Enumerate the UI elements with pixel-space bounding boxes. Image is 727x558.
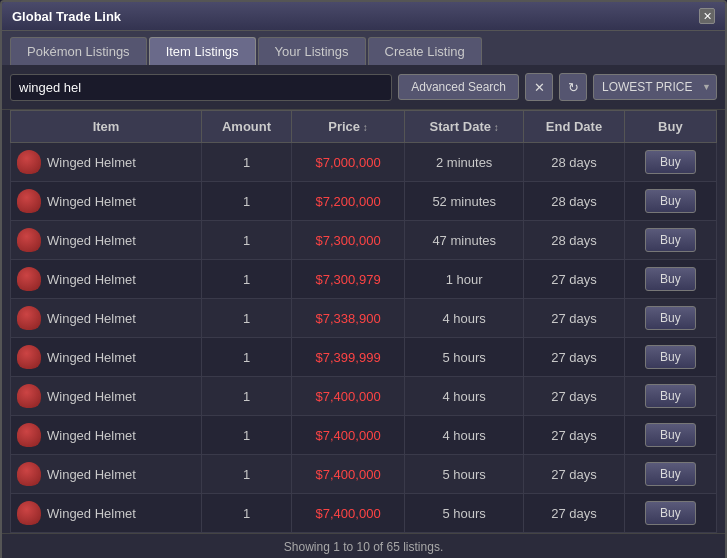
buy-button[interactable]: Buy: [645, 189, 696, 213]
cell-buy: Buy: [624, 455, 716, 494]
table-row: Winged Helmet 1$7,400,0005 hours27 daysB…: [11, 455, 717, 494]
cell-item: Winged Helmet: [11, 221, 202, 260]
table-row: Winged Helmet 1$7,400,0004 hours27 daysB…: [11, 416, 717, 455]
cell-end-date: 27 days: [524, 299, 624, 338]
cell-start-date: 2 minutes: [405, 143, 524, 182]
item-icon: [17, 306, 41, 330]
clear-search-button[interactable]: ✕: [525, 73, 553, 101]
tab-item-listings[interactable]: Item Listings: [149, 37, 256, 65]
cell-amount: 1: [202, 455, 292, 494]
item-icon: [17, 384, 41, 408]
buy-button[interactable]: Buy: [645, 306, 696, 330]
item-name: Winged Helmet: [47, 194, 136, 209]
cell-start-date: 5 hours: [405, 494, 524, 533]
status-bar: Showing 1 to 10 of 65 listings.: [2, 533, 725, 558]
cell-buy: Buy: [624, 416, 716, 455]
table-row: Winged Helmet 1$7,200,00052 minutes28 da…: [11, 182, 717, 221]
cell-buy: Buy: [624, 338, 716, 377]
cell-price: $7,400,000: [292, 377, 405, 416]
col-price[interactable]: Price: [292, 111, 405, 143]
cell-amount: 1: [202, 260, 292, 299]
cell-start-date: 4 hours: [405, 416, 524, 455]
cell-start-date: 4 hours: [405, 377, 524, 416]
table-row: Winged Helmet 1$7,300,9791 hour27 daysBu…: [11, 260, 717, 299]
cell-amount: 1: [202, 416, 292, 455]
item-name: Winged Helmet: [47, 311, 136, 326]
cell-end-date: 27 days: [524, 416, 624, 455]
cell-item: Winged Helmet: [11, 143, 202, 182]
col-end-date[interactable]: End Date: [524, 111, 624, 143]
buy-button[interactable]: Buy: [645, 423, 696, 447]
cell-price: $7,400,000: [292, 494, 405, 533]
listings-table-container: Item Amount Price Start Date End Date Bu…: [2, 110, 725, 533]
cell-price: $7,338,900: [292, 299, 405, 338]
item-icon: [17, 267, 41, 291]
cell-end-date: 27 days: [524, 338, 624, 377]
refresh-button[interactable]: ↻: [559, 73, 587, 101]
buy-button[interactable]: Buy: [645, 501, 696, 525]
cell-amount: 1: [202, 494, 292, 533]
cell-start-date: 4 hours: [405, 299, 524, 338]
item-name: Winged Helmet: [47, 350, 136, 365]
cell-end-date: 27 days: [524, 377, 624, 416]
buy-button[interactable]: Buy: [645, 384, 696, 408]
buy-button[interactable]: Buy: [645, 462, 696, 486]
item-name: Winged Helmet: [47, 272, 136, 287]
tab-pokemon-listings[interactable]: Pokémon Listings: [10, 37, 147, 65]
table-body: Winged Helmet 1$7,000,0002 minutes28 day…: [11, 143, 717, 533]
col-amount[interactable]: Amount: [202, 111, 292, 143]
cell-buy: Buy: [624, 182, 716, 221]
item-name: Winged Helmet: [47, 155, 136, 170]
table-row: Winged Helmet 1$7,338,9004 hours27 daysB…: [11, 299, 717, 338]
cell-start-date: 5 hours: [405, 455, 524, 494]
item-name: Winged Helmet: [47, 389, 136, 404]
listings-table: Item Amount Price Start Date End Date Bu…: [10, 110, 717, 533]
cell-item: Winged Helmet: [11, 416, 202, 455]
close-button[interactable]: ✕: [699, 8, 715, 24]
cell-item: Winged Helmet: [11, 260, 202, 299]
cell-price: $7,400,000: [292, 455, 405, 494]
item-icon: [17, 462, 41, 486]
advanced-search-button[interactable]: Advanced Search: [398, 74, 519, 100]
cell-start-date: 52 minutes: [405, 182, 524, 221]
cell-start-date: 47 minutes: [405, 221, 524, 260]
table-row: Winged Helmet 1$7,400,0004 hours27 daysB…: [11, 377, 717, 416]
col-start-date[interactable]: Start Date: [405, 111, 524, 143]
item-icon: [17, 345, 41, 369]
buy-button[interactable]: Buy: [645, 345, 696, 369]
sort-select[interactable]: LOWEST PRICE HIGHEST PRICE NEWEST OLDEST: [593, 74, 717, 100]
cell-item: Winged Helmet: [11, 494, 202, 533]
window-title: Global Trade Link: [12, 9, 121, 24]
cell-item: Winged Helmet: [11, 377, 202, 416]
item-name: Winged Helmet: [47, 506, 136, 521]
item-name: Winged Helmet: [47, 428, 136, 443]
table-row: Winged Helmet 1$7,000,0002 minutes28 day…: [11, 143, 717, 182]
cell-buy: Buy: [624, 299, 716, 338]
cell-buy: Buy: [624, 260, 716, 299]
cell-buy: Buy: [624, 494, 716, 533]
buy-button[interactable]: Buy: [645, 267, 696, 291]
sort-wrapper: LOWEST PRICE HIGHEST PRICE NEWEST OLDEST: [593, 74, 717, 100]
tab-create-listing[interactable]: Create Listing: [368, 37, 482, 65]
table-row: Winged Helmet 1$7,400,0005 hours27 daysB…: [11, 494, 717, 533]
cell-price: $7,000,000: [292, 143, 405, 182]
tabs-container: Pokémon Listings Item Listings Your List…: [2, 31, 725, 65]
item-icon: [17, 228, 41, 252]
search-input[interactable]: [10, 74, 392, 101]
item-name: Winged Helmet: [47, 233, 136, 248]
cell-amount: 1: [202, 221, 292, 260]
col-item[interactable]: Item: [11, 111, 202, 143]
cell-amount: 1: [202, 182, 292, 221]
tab-your-listings[interactable]: Your Listings: [258, 37, 366, 65]
title-bar: Global Trade Link ✕: [2, 2, 725, 31]
cell-price: $7,399,999: [292, 338, 405, 377]
table-header-row: Item Amount Price Start Date End Date Bu…: [11, 111, 717, 143]
cell-buy: Buy: [624, 221, 716, 260]
item-icon: [17, 501, 41, 525]
buy-button[interactable]: Buy: [645, 150, 696, 174]
cell-end-date: 28 days: [524, 182, 624, 221]
cell-end-date: 27 days: [524, 455, 624, 494]
global-trade-link-window: Global Trade Link ✕ Pokémon Listings Ite…: [0, 0, 727, 558]
buy-button[interactable]: Buy: [645, 228, 696, 252]
search-bar: Advanced Search ✕ ↻ LOWEST PRICE HIGHEST…: [2, 65, 725, 110]
